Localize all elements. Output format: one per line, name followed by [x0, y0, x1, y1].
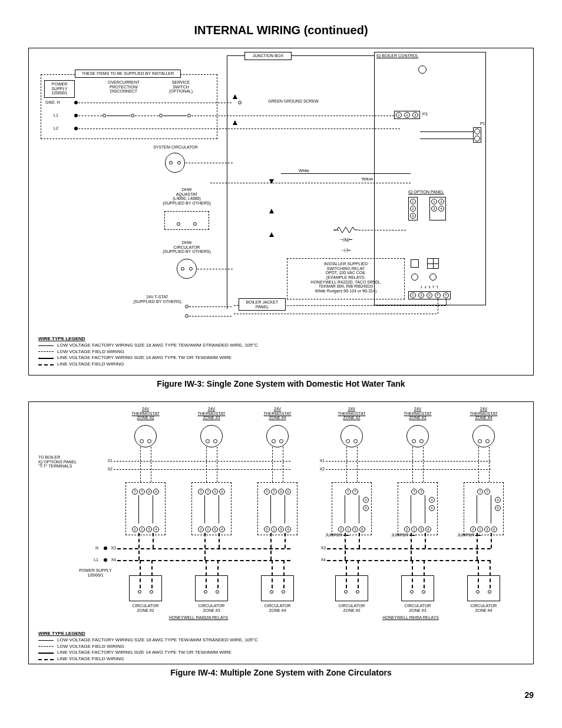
circ-feed-b-4 — [424, 560, 425, 588]
p3-to-p1-b — [420, 139, 473, 139]
relay-bot-term-2-3: 4 — [285, 526, 291, 532]
jumper-label-5: JUMPER — [451, 533, 474, 538]
service-sw-body — [163, 116, 187, 116]
aquastat-t2 — [193, 222, 197, 226]
circ-label-4: CIRCULATOR ZONE #3 — [398, 604, 438, 612]
relay-top-term-4-0: T — [411, 489, 417, 495]
tt-term-1: 1 — [410, 292, 416, 298]
tstat-label: 24V T-STAT (SUPPLIED BY OTHERS) — [122, 295, 193, 304]
l2-terminal — [74, 127, 78, 130]
dhw-aquastat-label: DHW AQUASTAT (L4006, L4080) (SUPPLIED BY… — [151, 187, 222, 206]
relay-side-term-3-1: 5 — [363, 505, 369, 511]
relay-bot-term-5-2: 3 — [484, 526, 490, 532]
relay-top-term-0-0: T — [132, 489, 138, 495]
relay-top-term-0-1: T — [139, 489, 145, 495]
tstat-header-4: 24V THERMOSTAT ZONE #3 — [398, 407, 438, 420]
p1-term-bot — [474, 136, 480, 141]
service-sw-out — [187, 114, 191, 117]
junction-box-top-left — [227, 55, 244, 56]
relay-bot-term-5-0: 2 — [470, 526, 476, 532]
l1-terminal — [74, 114, 78, 117]
power-supply-box: POWER SUPPLY 120/60/1 — [44, 80, 75, 98]
l1-wire-b — [135, 116, 158, 116]
relay-side-term-5-1: 5 — [495, 505, 501, 511]
relay-top-term-3-1: T — [352, 489, 358, 495]
x4-drop-5 — [491, 533, 492, 548]
p1-term-top — [474, 129, 480, 134]
gnd-wire — [78, 103, 232, 103]
relay-top-term-5-0: T — [477, 489, 483, 495]
x3-drop-5 — [477, 533, 478, 560]
circ-feed-a-1 — [206, 560, 207, 588]
x4-drop-1 — [219, 533, 220, 548]
circ-box-5 — [467, 575, 500, 601]
tstat-header-3: 24V THERMOSTAT ZONE #2 — [332, 407, 372, 420]
circ-t2-4 — [422, 590, 425, 594]
relay-box-0 — [125, 482, 166, 535]
relay-int-b-1 — [219, 495, 219, 523]
circ-label-3: CIRCULATOR ZONE #2 — [332, 604, 372, 612]
tstat-drop-b-0 — [151, 447, 151, 482]
circ-t1-4 — [410, 590, 414, 594]
pass-arrow-2 — [233, 120, 237, 125]
circ-feed-a-0 — [140, 560, 141, 588]
tstat-header-0: 24V THERMOSTAT ZONE #2 — [125, 407, 166, 420]
relay-bot-term-5-1: 1 — [477, 526, 483, 532]
x4-drop-3 — [359, 533, 360, 548]
relay-int-b-0 — [153, 495, 153, 523]
option-right-1: 1 — [431, 199, 437, 205]
circ-box-1 — [195, 575, 228, 601]
relay-top-term-4-1: T — [418, 489, 424, 495]
x1-bus-r — [326, 461, 491, 462]
pass-arrow-1 — [233, 94, 237, 99]
relay-bot-term-3-3: 6 — [359, 526, 365, 532]
tstat-wire-b — [234, 314, 437, 314]
circ-box-0 — [129, 575, 162, 601]
tt-term-3: 3 — [427, 292, 432, 298]
coil-lead-l — [334, 230, 339, 230]
tstat-icon-4 — [406, 425, 429, 447]
option-right-4: 4 — [438, 206, 444, 212]
relay-side-term-4-1: 5 — [429, 505, 435, 511]
service-sw-in — [159, 114, 163, 117]
relay-bot-term-1-0: 2 — [198, 526, 204, 532]
tt-term-2: 2 — [418, 292, 424, 298]
relays-left-label: HONEYWELL RA832A RELAYS — [151, 615, 246, 620]
relay-int-b-4 — [425, 495, 425, 523]
x3-drop-0 — [138, 533, 140, 560]
dhw-circ-wire — [197, 269, 233, 269]
page-number: 29 — [28, 690, 534, 700]
x3-drop-4 — [411, 533, 412, 560]
tt-term-t2: T — [443, 292, 449, 298]
power-supply-iw4: POWER SUPPLY 120/60/1 — [69, 568, 122, 577]
installer-items-label: THESE ITEMS TO BE SUPPLIED BY INSTALLER — [75, 70, 181, 78]
relay-bot-term-0-2: 3 — [146, 526, 152, 532]
relay-nc-contact-icon: ⊣ ⊢ — [341, 248, 351, 254]
p3-term-2: 2 — [404, 112, 410, 118]
legend-iw4-row-1: LOW VOLTAGE FACTORY WIRING SIZE 18 AWG T… — [38, 637, 258, 644]
p3-term-3: 3 — [412, 112, 418, 118]
figure-iw4-frame: TO BOILER IQ OPTIONS PANEL "T-T" TERMINA… — [28, 401, 534, 664]
circ-feed-a-5 — [478, 560, 479, 588]
tstat-drop-b-4 — [423, 447, 424, 482]
figure-iw4-diagram: TO BOILER IQ OPTIONS PANEL "T-T" TERMINA… — [34, 406, 528, 659]
relay-bot-term-4-0: 2 — [404, 526, 410, 532]
circ-t2-2 — [282, 590, 285, 594]
overcurrent-in — [103, 114, 106, 117]
control-mount-hole-icon — [418, 65, 427, 74]
circ-label-1: CIRCULATOR ZONE #3 — [191, 604, 232, 612]
circ-t1-5 — [476, 590, 480, 594]
option-right-3: 3 — [431, 206, 437, 212]
gnd-label: GND. H — [45, 100, 60, 105]
tstat-lead-a — [189, 307, 232, 307]
tt-drop-a — [446, 299, 447, 305]
legend-row-4: LINE VOLTAGE FIELD WIRING — [38, 361, 258, 368]
relay-int-a-1 — [204, 495, 205, 523]
circ-label-2: CIRCULATOR ZONE #4 — [257, 604, 297, 612]
relay-no-contact-icon: ⊣ N ⊢ — [339, 238, 353, 243]
x4-drop-2 — [285, 533, 286, 548]
l1-wire-a — [78, 116, 102, 116]
circ-t1-2 — [270, 590, 273, 594]
relay-int-a-4 — [411, 495, 411, 523]
junction-box-left-edge — [227, 55, 227, 309]
